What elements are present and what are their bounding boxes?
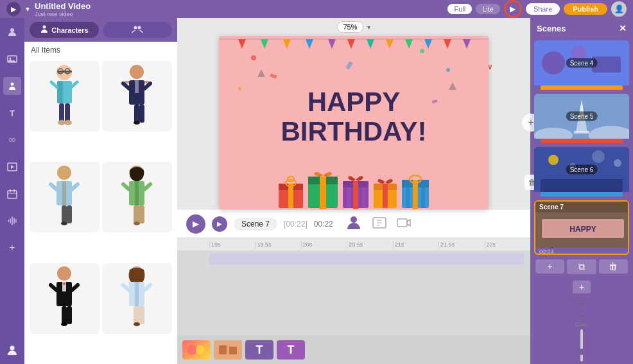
character-item-5[interactable] [30, 263, 100, 334]
svg-line-66 [144, 285, 150, 290]
sidebar-icon-image[interactable] [3, 50, 21, 68]
birthday-line2: BIRTHDAY! [281, 117, 426, 146]
svg-point-54 [63, 282, 65, 285]
sidebar-icon-user[interactable] [3, 23, 21, 41]
play-button-large[interactable]: ▶ [186, 214, 205, 234]
sidebar-icon-user-profile[interactable] [3, 341, 21, 359]
timeline-camera-icon[interactable] [396, 215, 412, 233]
svg-marker-72 [306, 39, 313, 49]
zoom-label: Zoom [575, 322, 588, 327]
char-tab-people[interactable]: Characters [30, 22, 99, 38]
timeline-track-area [177, 250, 530, 336]
scene-action-row: + ⧉ 🗑 [530, 257, 633, 277]
time-total-display: [00:22] [284, 220, 308, 229]
scenes-footer-add-btn[interactable]: + [573, 281, 591, 293]
group-icon [132, 25, 143, 35]
svg-marker-82 [449, 82, 456, 90]
strip-item-3[interactable]: T [245, 340, 273, 360]
char-tab-groups[interactable] [103, 22, 172, 38]
svg-rect-30 [139, 105, 144, 123]
svg-point-12 [138, 26, 141, 29]
scene4-label: Scene 4 [566, 58, 598, 68]
scenes-title: Scenes [537, 24, 566, 33]
char-tab-label: Characters [51, 26, 88, 34]
scene-delete-btn[interactable]: 🗑 [599, 259, 628, 273]
sidebar-icon-numbers[interactable]: 00 [3, 131, 21, 149]
svg-point-130 [614, 159, 621, 167]
center-column: 75% ▾ Click here to Preview [177, 18, 530, 364]
svg-marker-81 [257, 69, 265, 77]
svg-rect-103 [421, 185, 425, 208]
scene-thumb-6[interactable]: Scene 6 [534, 147, 629, 196]
strip-text-icon-1: T [256, 343, 263, 357]
svg-marker-73 [328, 39, 336, 49]
zoom-selector[interactable]: 75% [337, 21, 363, 33]
svg-point-117 [542, 51, 565, 74]
svg-line-20 [71, 82, 77, 87]
canvas-wrapper: Click here to Preview [177, 36, 530, 209]
scene6-label: Scene 6 [566, 165, 598, 175]
scene4-bar [541, 85, 623, 90]
scene-thumb-5[interactable]: Scene 5 [534, 94, 629, 143]
scenes-footer-add: + [530, 277, 633, 297]
scene-canvas[interactable]: HAPPY BIRTHDAY! [219, 36, 489, 209]
svg-point-50 [134, 221, 140, 225]
scene-thumb-7-active[interactable]: Scene 7 HAPPY 00:03 [534, 200, 629, 255]
scene7-header-bar: Scene 7 [535, 202, 628, 212]
zoom-slider-track[interactable] [580, 329, 583, 361]
svg-marker-79 [444, 39, 451, 49]
sidebar-icon-characters[interactable] [3, 77, 21, 95]
scene-copy-btn[interactable]: ⧉ [567, 259, 596, 274]
char-tab-bar: Characters [24, 18, 177, 42]
play-button-small[interactable]: ▶ [212, 216, 227, 232]
preview-button[interactable]: ▶ [504, 0, 522, 18]
confetti-5 [270, 73, 277, 78]
svg-rect-64 [139, 306, 144, 324]
scene-add-btn[interactable]: + [535, 259, 564, 273]
user-avatar[interactable]: 👤 [611, 1, 627, 17]
scene-thumb-4[interactable]: Scene 4 [534, 40, 629, 90]
zoom-plus-btn[interactable]: + [579, 300, 584, 309]
svg-line-40 [51, 184, 56, 189]
scenes-close-button[interactable]: ✕ [619, 23, 627, 33]
svg-line-32 [144, 83, 150, 89]
characters-grid [24, 58, 177, 364]
toggle-full-btn[interactable]: Full [447, 4, 472, 14]
svg-rect-56 [67, 306, 72, 324]
svg-rect-123 [574, 131, 589, 134]
strip-item-2[interactable] [214, 340, 242, 360]
timeline-track-strip[interactable] [209, 253, 524, 264]
gift-4 [372, 176, 398, 209]
birthday-line1: HAPPY [281, 87, 426, 117]
zoom-minus-btn[interactable]: − [579, 311, 584, 320]
sidebar-icon-add[interactable]: + [3, 239, 21, 257]
share-button[interactable]: Share [526, 3, 560, 15]
ruler-mark-2: 19.5s [255, 241, 300, 248]
svg-point-107 [351, 216, 357, 223]
app-subtitle: Just nice video [35, 11, 91, 17]
sidebar-icon-calendar[interactable] [3, 185, 21, 203]
bunting-svg [219, 36, 489, 68]
app-menu-icon[interactable]: ▾ [26, 4, 30, 13]
strip-item-1[interactable] [182, 340, 211, 360]
publish-button[interactable]: Publish [564, 3, 607, 15]
svg-rect-29 [134, 105, 139, 123]
character-item-2[interactable] [102, 61, 172, 132]
tri-2 [449, 81, 456, 92]
app-title: Untitled Video [35, 1, 91, 11]
character-item-3[interactable] [30, 162, 100, 232]
sidebar-icon-text[interactable]: T [3, 104, 21, 122]
sidebar-icon-media[interactable] [3, 158, 21, 176]
svg-line-58 [72, 285, 78, 290]
toggle-lite-btn[interactable]: Lite [476, 4, 500, 14]
character-item-1[interactable] [30, 61, 100, 132]
character-item-4[interactable] [102, 162, 172, 232]
timeline-add-icon[interactable] [372, 215, 387, 233]
sidebar-icon-audio[interactable] [3, 212, 21, 230]
zoom-controls: + − Zoom [530, 297, 633, 364]
topbar-left: ▶ ▾ Untitled Video Just nice video [6, 1, 91, 17]
character-item-6[interactable] [102, 263, 172, 334]
svg-point-67 [134, 322, 140, 326]
strip-item-4[interactable]: T [277, 340, 305, 360]
gifts-row [219, 158, 489, 209]
